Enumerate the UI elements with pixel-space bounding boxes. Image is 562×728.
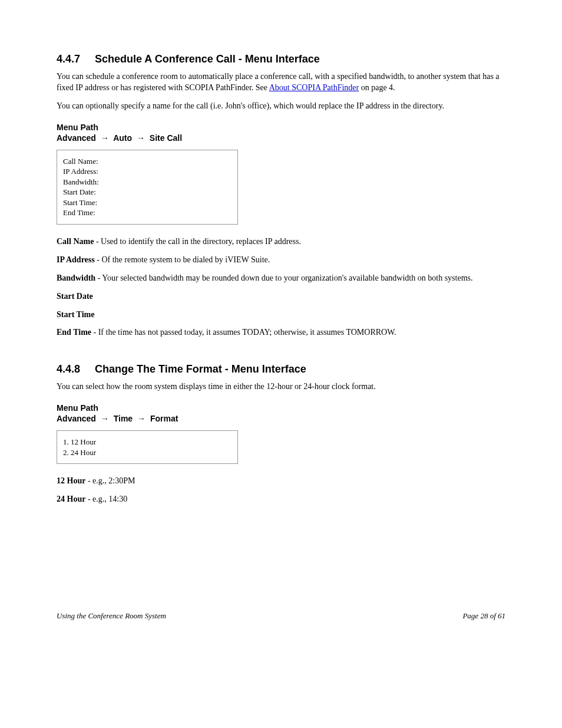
- menu-step: Advanced: [57, 414, 98, 423]
- arrow-right-icon: →: [137, 414, 146, 423]
- menu-step: Auto: [113, 133, 134, 143]
- bullet-item: Call Name - Used to identify the call in…: [57, 236, 505, 248]
- menu-path-label: Menu Path: [57, 123, 505, 132]
- arrow-right-icon: →: [137, 133, 145, 143]
- menu-step: Site Call: [150, 133, 182, 143]
- bullet-item: End Time - If the time has not passed to…: [57, 327, 505, 338]
- field-label: Start Time: [57, 310, 94, 319]
- field-desc: - e.g., 2:30PM: [88, 476, 135, 485]
- bullet-item: 12 Hour - e.g., 2:30PM: [57, 476, 505, 487]
- section-number: 4.4.7: [57, 53, 92, 65]
- field-label: 12 Hour: [57, 476, 85, 485]
- field-label: End Time: [57, 328, 91, 337]
- field-label: 24 Hour: [57, 495, 85, 503]
- field-label: Bandwidth: [57, 274, 95, 282]
- paragraph: You can schedule a conference room to au…: [57, 71, 505, 94]
- menu-path: Advanced → Auto → Site Call: [57, 133, 505, 143]
- field-desc: - e.g., 14:30: [88, 495, 127, 503]
- section-heading: 4.4.8 Change The Time Format - Menu Inte…: [57, 363, 505, 375]
- field-desc: - Used to identify the call in the direc…: [96, 237, 301, 246]
- page: 4.4.7 Schedule A Conference Call - Menu …: [0, 0, 562, 656]
- bullet-item: IP Address - Of the remote system to be …: [57, 255, 505, 266]
- page-footer: Using the Conference Room System Page 28…: [57, 611, 505, 621]
- field-desc: - Of the remote system to be dialed by i…: [97, 255, 270, 264]
- text: You can optionally specify a name for th…: [57, 101, 444, 110]
- site-call-fields-box: Call Name: IP Address: Bandwidth: Start …: [57, 150, 238, 225]
- menu-step: Time: [114, 414, 135, 423]
- section-title-text: Schedule A Conference Call - Menu Interf…: [95, 53, 320, 65]
- footer-left: Using the Conference Room System: [57, 611, 166, 621]
- section-heading: 4.4.7 Schedule A Conference Call - Menu …: [57, 53, 505, 65]
- menu-path: Advanced → Time → Format: [57, 414, 505, 423]
- bullet-item: Start Time: [57, 309, 505, 321]
- section-title-text: Change The Time Format - Menu Interface: [95, 363, 306, 375]
- paragraph: You can select how the room system displ…: [57, 381, 505, 393]
- bullet-item: 24 Hour - e.g., 14:30: [57, 494, 505, 505]
- paragraph: You can optionally specify a name for th…: [57, 101, 505, 112]
- arrow-right-icon: →: [101, 133, 109, 143]
- footer-right: Page 28 of 61: [462, 611, 505, 621]
- menu-step: Format: [150, 414, 178, 423]
- field-label: Call Name: [57, 237, 94, 246]
- field-label: Start Date: [57, 292, 93, 301]
- bullet-item: Bandwidth - Your selected bandwidth may …: [57, 273, 505, 284]
- section-number: 4.4.8: [57, 363, 92, 375]
- menu-path-label: Menu Path: [57, 403, 505, 413]
- text: on page 4.: [361, 83, 395, 92]
- time-format-options-box: 1. 12 Hour 2. 24 Hour: [57, 430, 238, 464]
- pathfinder-link[interactable]: About SCOPIA PathFinder: [269, 83, 359, 92]
- arrow-right-icon: →: [101, 414, 109, 423]
- field-desc: - Your selected bandwidth may be rounded…: [98, 274, 473, 282]
- menu-step: Advanced: [57, 133, 98, 143]
- field-desc: - If the time has not passed today, it a…: [94, 328, 396, 337]
- text: You can select how the room system displ…: [57, 382, 376, 391]
- bullet-item: Start Date: [57, 291, 505, 302]
- field-label: IP Address: [57, 255, 95, 264]
